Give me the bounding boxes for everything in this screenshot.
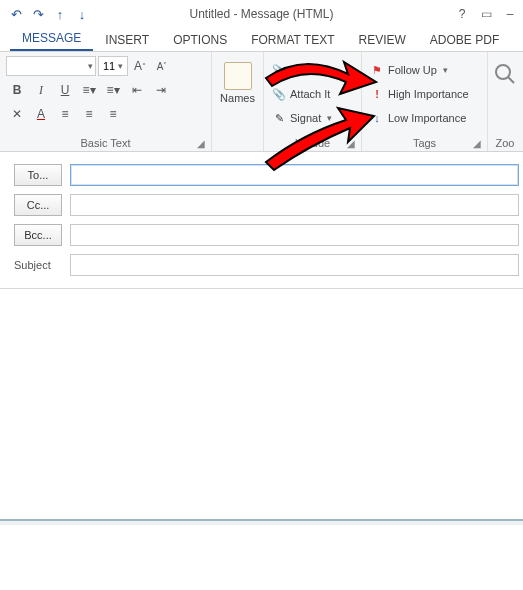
svg-line-1: [508, 77, 514, 83]
font-size-value: 11: [103, 60, 115, 72]
increase-indent-button[interactable]: ⇥: [150, 80, 172, 100]
bullets-button[interactable]: ≡▾: [78, 80, 100, 100]
group-names: Names .: [212, 52, 264, 151]
group-label: Zoo: [494, 135, 516, 149]
signature-button[interactable]: ✎ Signat ▾: [270, 108, 334, 128]
undo-button[interactable]: ↶: [6, 4, 26, 24]
tab-review[interactable]: REVIEW: [347, 29, 418, 51]
to-field[interactable]: [70, 164, 519, 186]
group-tags: ⚑ Follow Up ▾ ! High Importance ↓ Low Im…: [362, 52, 488, 151]
group-label: Tags ◢: [368, 135, 481, 149]
align-center-button[interactable]: ≡: [78, 104, 100, 124]
help-button[interactable]: ?: [453, 7, 471, 21]
exclamation-icon: !: [370, 87, 384, 101]
numbering-button[interactable]: ≡▾: [102, 80, 124, 100]
low-importance-button[interactable]: ↓ Low Importance: [368, 108, 471, 128]
bold-button[interactable]: B: [6, 80, 28, 100]
flag-icon: ⚑: [370, 63, 384, 77]
attach-file-label: Att: [290, 64, 303, 76]
prev-item-button[interactable]: ↑: [50, 4, 70, 24]
high-importance-button[interactable]: ! High Importance: [368, 84, 471, 104]
italic-button[interactable]: I: [30, 80, 52, 100]
follow-up-button[interactable]: ⚑ Follow Up ▾: [368, 60, 471, 80]
signature-icon: ✎: [272, 111, 286, 125]
font-name-dropdown[interactable]: ▾: [6, 56, 96, 76]
arrow-down-icon: ↓: [370, 111, 384, 125]
below-area: [0, 525, 523, 590]
subject-label: Subject: [14, 259, 62, 271]
group-include: 📎 Att 📎 Attach It ✎ Signat ▾ Include ◢: [264, 52, 362, 151]
subject-field[interactable]: [70, 254, 519, 276]
names-button[interactable]: Names: [218, 62, 257, 104]
shrink-font-button[interactable]: A˅: [152, 56, 172, 76]
tab-format-text[interactable]: FORMAT TEXT: [239, 29, 346, 51]
chevron-down-icon: ▾: [443, 65, 448, 75]
group-basic-text: ▾ 11 ▾ A˄ A˅ B I U ≡▾ ≡▾ ⇤ ⇥: [0, 52, 212, 151]
grow-font-button[interactable]: A˄: [130, 56, 150, 76]
chevron-down-icon: ▾: [118, 61, 123, 71]
decrease-indent-button[interactable]: ⇤: [126, 80, 148, 100]
message-body[interactable]: [0, 289, 523, 519]
quick-access-toolbar: ↶ ↷ ↑ ↓: [0, 4, 92, 24]
high-importance-label: High Importance: [388, 88, 469, 100]
cc-field[interactable]: [70, 194, 519, 216]
window-title: Untitled - Message (HTML): [189, 7, 333, 21]
title-bar: ↶ ↷ ↑ ↓ Untitled - Message (HTML) ? ▭ –: [0, 0, 523, 28]
window-controls: ? ▭ –: [453, 7, 519, 21]
align-right-button[interactable]: ≡: [102, 104, 124, 124]
ribbon: ▾ 11 ▾ A˄ A˅ B I U ≡▾ ≡▾ ⇤ ⇥: [0, 52, 523, 152]
chevron-down-icon: ▾: [88, 61, 93, 71]
tab-insert[interactable]: INSERT: [93, 29, 161, 51]
attach-file-button[interactable]: 📎 Att: [270, 60, 334, 80]
font-size-dropdown[interactable]: 11 ▾: [98, 56, 128, 76]
low-importance-label: Low Importance: [388, 112, 466, 124]
chevron-down-icon: ▾: [114, 83, 120, 97]
names-label: Names: [220, 92, 255, 104]
tab-message[interactable]: MESSAGE: [10, 27, 93, 51]
cc-button[interactable]: Cc...: [14, 194, 62, 216]
group-zoom: Zoo: [488, 52, 522, 151]
bcc-button[interactable]: Bcc...: [14, 224, 62, 246]
attach-item-label: Attach It: [290, 88, 330, 100]
group-label: Basic Text ◢: [6, 135, 205, 149]
zoom-button[interactable]: [493, 62, 517, 86]
dialog-launcher-icon[interactable]: ◢: [197, 138, 205, 149]
signature-label: Signat: [290, 112, 321, 124]
address-block: To... Cc... Bcc... Subject: [0, 152, 523, 289]
chevron-down-icon: ▾: [327, 113, 332, 123]
redo-button[interactable]: ↷: [28, 4, 48, 24]
magnifier-icon: [493, 62, 517, 86]
chevron-down-icon: ▾: [90, 83, 96, 97]
group-label: Include ◢: [270, 135, 355, 149]
tab-options[interactable]: OPTIONS: [161, 29, 239, 51]
paperclip-icon: 📎: [272, 63, 286, 77]
svg-point-0: [496, 65, 510, 79]
dialog-launcher-icon[interactable]: ◢: [347, 138, 355, 149]
align-left-button[interactable]: ≡: [54, 104, 76, 124]
to-button[interactable]: To...: [14, 164, 62, 186]
dialog-launcher-icon[interactable]: ◢: [473, 138, 481, 149]
bcc-field[interactable]: [70, 224, 519, 246]
address-book-icon: [224, 62, 252, 90]
underline-button[interactable]: U: [54, 80, 76, 100]
clear-formatting-button[interactable]: ✕: [6, 104, 28, 124]
ribbon-tab-bar: MESSAGE INSERT OPTIONS FORMAT TEXT REVIE…: [0, 28, 523, 52]
next-item-button[interactable]: ↓: [72, 4, 92, 24]
follow-up-label: Follow Up: [388, 64, 437, 76]
paperclip-icon: 📎: [272, 87, 286, 101]
font-color-button[interactable]: A: [30, 104, 52, 124]
minimize-button[interactable]: –: [501, 7, 519, 21]
ribbon-display-button[interactable]: ▭: [477, 7, 495, 21]
tab-adobe-pdf[interactable]: ADOBE PDF: [418, 29, 511, 51]
attach-item-button[interactable]: 📎 Attach It: [270, 84, 334, 104]
